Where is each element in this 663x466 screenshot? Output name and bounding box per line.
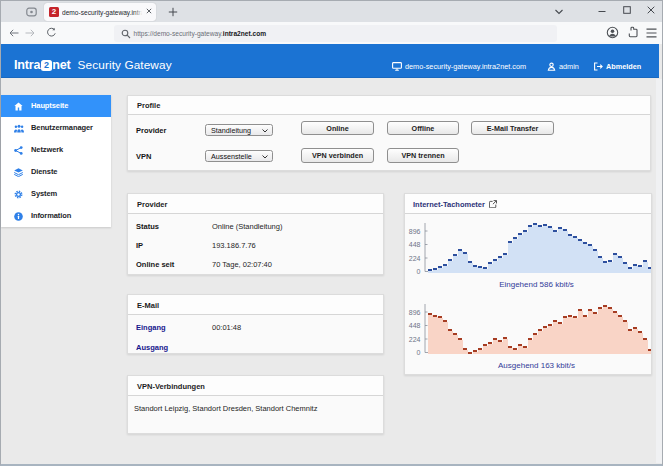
- svg-text:896: 896: [409, 228, 421, 235]
- svg-text:896: 896: [409, 309, 421, 316]
- svg-text:448: 448: [409, 241, 421, 248]
- svg-text:0: 0: [417, 268, 421, 275]
- svg-text:224: 224: [409, 336, 421, 343]
- svg-text:224: 224: [409, 255, 421, 262]
- svg-text:448: 448: [409, 322, 421, 329]
- svg-text:0: 0: [417, 349, 421, 356]
